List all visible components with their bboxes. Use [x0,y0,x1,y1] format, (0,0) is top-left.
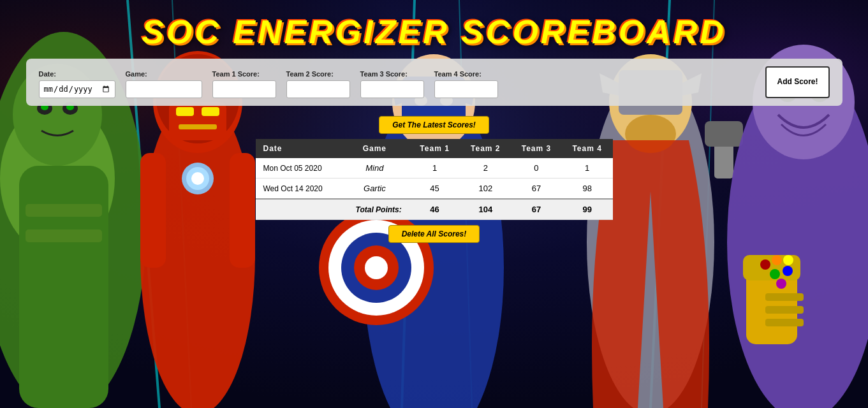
col-header-team2: Team 2 [460,139,511,158]
col-header-team1: Team 1 [409,139,460,158]
totals-empty-1 [256,199,340,220]
main-content: SOC ENERGIZER SCOREBOARD Date: Game: Tea… [0,0,868,408]
col-header-team4: Team 4 [562,139,613,158]
team1-score-group: Team 1 Score: [212,70,276,98]
game-group: Game: [126,70,202,98]
totals-label: Total Points: [340,199,409,220]
table-row: Wed Oct 14 2020 Gartic 45 102 67 98 [256,178,613,200]
date-input[interactable] [39,80,115,98]
team4-score-input[interactable] [434,80,498,98]
team2-score-input[interactable] [286,80,350,98]
game-label: Game: [126,70,202,78]
team2-score-label: Team 2 Score: [286,70,350,78]
cell-team3-1: 67 [511,178,562,200]
page-title: SOC ENERGIZER SCOREBOARD [142,13,726,51]
cell-team2-1: 102 [460,178,511,200]
totals-team4: 99 [562,199,613,220]
team3-score-group: Team 3 Score: [360,70,424,98]
team3-score-label: Team 3 Score: [360,70,424,78]
team1-score-input[interactable] [212,80,276,98]
team4-score-group: Team 4 Score: [434,70,498,98]
cell-team4-1: 98 [562,178,613,200]
cell-team4-0: 1 [562,158,613,178]
team2-score-group: Team 2 Score: [286,70,350,98]
table-header-row: Date Game Team 1 Team 2 Team 3 Team 4 [256,139,613,158]
team4-score-label: Team 4 Score: [434,70,498,78]
totals-team3: 67 [511,199,562,220]
delete-scores-button[interactable]: Delete all scores! [388,225,480,243]
col-header-date: Date [256,139,340,158]
scores-table: Date Game Team 1 Team 2 Team 3 Team 4 Mo… [256,139,613,220]
totals-row: Total Points: 46 104 67 99 [256,199,613,220]
date-group: Date: [39,70,115,98]
scores-section: Get the latest scores! Date Game Team 1 … [243,116,626,243]
cell-team1-0: 1 [409,158,460,178]
col-header-game: Game [340,139,409,158]
cell-team3-0: 0 [511,158,562,178]
game-input[interactable] [126,80,202,98]
form-bar: Date: Game: Team 1 Score: Team 2 Score: … [26,59,842,106]
add-score-button[interactable]: Add Score! [765,66,829,98]
cell-date-0: Mon Oct 05 2020 [256,158,340,178]
col-header-team3: Team 3 [511,139,562,158]
cell-team1-1: 45 [409,178,460,200]
cell-game-0: Mind [340,158,409,178]
get-scores-button[interactable]: Get the latest scores! [379,116,489,134]
date-label: Date: [39,70,115,78]
cell-team2-0: 2 [460,158,511,178]
totals-team1: 46 [409,199,460,220]
team3-score-input[interactable] [360,80,424,98]
table-row: Mon Oct 05 2020 Mind 1 2 0 1 [256,158,613,178]
team1-score-label: Team 1 Score: [212,70,276,78]
cell-date-1: Wed Oct 14 2020 [256,178,340,200]
totals-team2: 104 [460,199,511,220]
cell-game-1: Gartic [340,178,409,200]
